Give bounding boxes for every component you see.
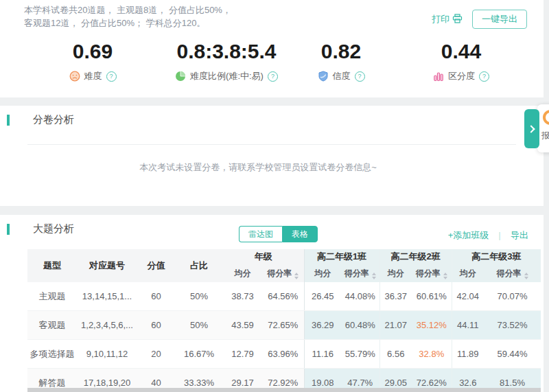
cell-avg: 36.37 [379, 282, 412, 311]
table-row: 主观题13,14,15,1...6050%38.7364.56%26.4544.… [27, 282, 541, 311]
cell-question-numbers: 13,14,15,1... [77, 282, 137, 311]
cell-rate: 60.48% [341, 311, 379, 340]
subheader-avg: 均分 [379, 264, 412, 282]
cell-avg: 11.89 [452, 340, 484, 369]
subheader-avg: 均分 [452, 264, 484, 282]
cell-question-type: 客观题 [27, 311, 77, 340]
report-drawer-label: 报告 [541, 130, 549, 141]
metric-difficulty-ratio: 0.8:3.8:5.4 难度比例(难:中:易) [158, 40, 295, 82]
export-link[interactable]: 导出 [511, 229, 528, 242]
difficulty-label: 难度 [84, 70, 102, 82]
add-class-link[interactable]: +添加班级 [448, 229, 489, 242]
subheader-rate-sortable[interactable]: 得分率 [262, 264, 304, 282]
cell-rate: 32.8% [412, 340, 452, 369]
difficulty-face-icon [69, 71, 80, 82]
cell-rate: 55.79% [341, 340, 379, 369]
cell-rate: 72.65% [262, 311, 304, 340]
top-actions: 打印 一键导出 [432, 10, 527, 29]
cell-avg: 42.04 [452, 282, 484, 311]
sort-icon[interactable] [372, 273, 376, 279]
cell-avg: 12.79 [223, 340, 262, 369]
cell-question-type: 主观题 [27, 282, 77, 311]
sub-paper-title: 分卷分析 [33, 113, 74, 126]
drawer-toggle-button[interactable] [524, 109, 539, 148]
chevron-right-icon [527, 125, 535, 132]
table-action-links: +添加班级 ｜ 导出 [448, 229, 528, 242]
report-ring-icon [543, 110, 549, 125]
cell-rate: 35.12% [412, 311, 452, 340]
cell-score: 60 [137, 282, 175, 311]
link-separator: ｜ [495, 230, 504, 242]
header-group-class-3: 高二年级3班 [452, 249, 541, 264]
view-toggle: 雷达图 表格 [239, 226, 318, 242]
exam-analysis-page: { "colors":{"accent":"#2fb8a5","warn":"#… [0, 0, 549, 392]
sub-paper-section-title: 分卷分析 [7, 113, 74, 126]
shield-icon [318, 71, 329, 82]
section-divider [27, 144, 516, 145]
cell-score: 20 [137, 340, 175, 369]
cell-avg: 38.73 [223, 282, 262, 311]
sub-paper-empty-message: 本次考试未设置分卷，请联系学校管理员设置试卷分卷信息~ [0, 161, 516, 174]
cell-question-numbers: 1,2,3,4,5,6,... [77, 311, 137, 340]
reliability-value: 0.82 [295, 40, 387, 63]
cell-avg: 6.56 [379, 340, 412, 369]
summary-line-1: 本学科试卷共20道题， 主观题8道， 分值占比50%， [24, 3, 231, 16]
summary-line-2: 客观题12道， 分值占比50%； 学科总分120。 [24, 16, 231, 30]
cell-rate: 59.44% [484, 340, 541, 369]
exam-summary-card: 本学科试卷共20道题， 主观题8道， 分值占比50%， 客观题12道， 分值占比… [0, 0, 544, 97]
discrimination-label: 区分度 [448, 70, 475, 82]
exam-summary-text: 本学科试卷共20道题， 主观题8道， 分值占比50%， 客观题12道， 分值占比… [24, 3, 231, 30]
section-accent-bar [7, 115, 10, 126]
header-score: 分值 [137, 249, 175, 282]
discrimination-value: 0.44 [387, 40, 535, 63]
major-table-body: 主观题13,14,15,1...6050%38.7364.56%26.4544.… [27, 282, 541, 392]
cell-ratio: 50% [175, 311, 223, 340]
subheader-rate-sortable[interactable]: 得分率 [412, 264, 452, 282]
subheader-rate-sortable[interactable]: 得分率 [341, 264, 379, 282]
help-icon[interactable] [479, 71, 489, 82]
header-question-numbers: 对应题号 [77, 249, 137, 282]
sort-icon[interactable] [294, 273, 299, 279]
cell-rate: 73.52% [484, 311, 541, 340]
print-button[interactable]: 打印 [432, 13, 463, 25]
header-group-class-2: 高二年级2班 [379, 249, 452, 264]
reliability-label: 信度 [333, 70, 351, 82]
section-accent-bar [7, 224, 10, 235]
cell-avg: 36.29 [304, 311, 341, 340]
subheader-avg: 均分 [223, 264, 262, 282]
cell-ratio: 16.67% [175, 340, 223, 369]
print-label: 打印 [432, 13, 449, 25]
metrics-row: 0.69 难度 0.8:3.8:5.4 难度比例(难:中:易) [27, 40, 535, 82]
cell-rate: 64.56% [262, 282, 304, 311]
toggle-radar-chart[interactable]: 雷达图 [239, 226, 282, 242]
cell-avg: 26.45 [304, 282, 341, 311]
metric-difficulty: 0.69 难度 [27, 40, 158, 82]
sort-icon[interactable] [443, 273, 447, 279]
header-question-type: 题型 [27, 249, 77, 282]
help-icon[interactable] [268, 71, 278, 82]
header-group-class-1: 高二年级1班 [304, 249, 379, 264]
subheader-rate-sortable[interactable]: 得分率 [484, 264, 541, 282]
cell-avg: 44.11 [452, 311, 484, 340]
metric-reliability: 0.82 信度 [295, 40, 387, 82]
bar-chart-icon [433, 71, 444, 82]
cell-avg: 43.59 [223, 311, 262, 340]
toggle-table[interactable]: 表格 [282, 226, 318, 242]
difficulty-ratio-label: 难度比例(难:中:易) [190, 70, 264, 82]
header-ratio: 占比 [175, 249, 223, 282]
difficulty-ratio-value: 0.8:3.8:5.4 [158, 40, 295, 63]
metric-discrimination: 0.44 区分度 [387, 40, 535, 82]
cell-rate: 70.07% [484, 282, 541, 311]
sub-paper-analysis-card: 分卷分析 本次考试未设置分卷，请联系学校管理员设置试卷分卷信息~ [0, 106, 544, 206]
one-click-export-button[interactable]: 一键导出 [472, 10, 527, 29]
cell-rate: 44.08% [341, 282, 379, 311]
help-icon[interactable] [355, 71, 365, 82]
cell-rate: 60.61% [412, 282, 452, 311]
major-title: 大题分析 [33, 222, 74, 235]
table-row: 多项选择题9,10,11,122016.67%12.7963.96%11.165… [27, 340, 541, 369]
sort-icon[interactable] [524, 273, 528, 279]
pie-chart-icon [175, 71, 186, 82]
cell-question-numbers: 9,10,11,12 [77, 340, 137, 369]
help-icon[interactable] [106, 71, 117, 82]
table-row: 客观题1,2,3,4,5,6,...6050%43.5972.65%36.296… [27, 311, 541, 340]
